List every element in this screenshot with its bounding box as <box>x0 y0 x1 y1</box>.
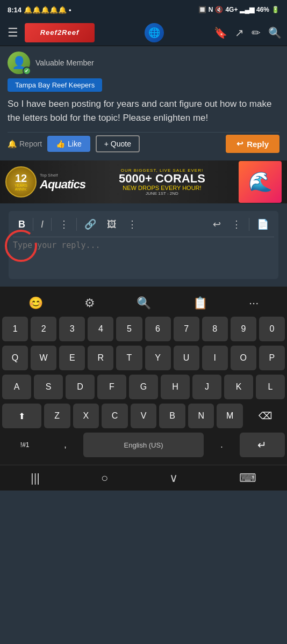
virtual-keyboard: 😊 ⚙ 🔍 📋 ··· 1 2 3 4 5 6 7 8 9 0 Q W E R … <box>0 287 287 465</box>
dot-indicator: • <box>69 6 71 14</box>
emoji-button[interactable]: 😊 <box>24 294 47 312</box>
key-1[interactable]: 1 <box>2 317 28 341</box>
more-insert-button[interactable]: ⋮ <box>122 215 142 233</box>
link-button[interactable]: 🔗 <box>79 215 102 233</box>
key-5[interactable]: 5 <box>116 317 142 341</box>
key-y[interactable]: Y <box>145 346 171 370</box>
text-editor[interactable]: B I ⋮ 🔗 🖼 ⋮ ↩ ⋮ 📄 <box>9 211 278 279</box>
key-q[interactable]: Q <box>2 346 28 370</box>
time-display: 8:14 <box>8 6 21 14</box>
action-row: 🔔 Report 👍 Like + Quote ↩ Reply <box>8 135 279 160</box>
battery-level: 46% <box>256 6 269 13</box>
hamburger-menu-button[interactable]: ☰ <box>5 24 20 42</box>
status-right: 🔲 N 🔇 4G+ ▂▄▆ 46% 🔋 <box>198 6 279 13</box>
key-j[interactable]: J <box>192 375 221 399</box>
toolbar-separator-1 <box>33 218 33 231</box>
group-tag[interactable]: Tampa Bay Reef Keepers <box>8 78 102 92</box>
key-i[interactable]: I <box>202 346 228 370</box>
image-button[interactable]: 🖼 <box>102 216 122 233</box>
key-f[interactable]: F <box>97 375 126 399</box>
key-9[interactable]: 9 <box>231 317 256 341</box>
toolbar-separator-4 <box>249 218 249 231</box>
status-bar: 8:14 🔔🔔🔔🔔🔔 • 🔲 N 🔇 4G+ ▂▄▆ 46% 🔋 <box>0 0 287 19</box>
key-o[interactable]: O <box>231 346 256 370</box>
reply-button[interactable]: ↩ Reply <box>226 135 279 153</box>
like-button[interactable]: 👍 Like <box>47 136 90 152</box>
keyboard-more-button[interactable]: ··· <box>245 294 263 312</box>
key-x[interactable]: X <box>73 404 99 428</box>
undo-button[interactable]: ↩ <box>207 215 226 233</box>
key-z[interactable]: Z <box>44 404 70 428</box>
key-8[interactable]: 8 <box>202 317 228 341</box>
member-label: Valuable Member <box>35 58 94 67</box>
key-p[interactable]: P <box>259 346 285 370</box>
period-key[interactable]: . <box>206 433 236 457</box>
key-n[interactable]: N <box>188 404 214 428</box>
keyboard-toggle-button[interactable]: ⌨ <box>228 468 267 488</box>
coral-decoration: 🌊 <box>248 171 272 193</box>
key-0[interactable]: 0 <box>259 317 285 341</box>
space-key[interactable]: English (US) <box>83 433 204 457</box>
key-e[interactable]: E <box>59 346 85 370</box>
key-3[interactable]: 3 <box>59 317 85 341</box>
banner-advertisement[interactable]: 12 YEARS ANNIV. Top Shelf Aquatics OUR B… <box>0 160 287 203</box>
top-navigation: ☰ Reef2Reef 🌐 🔖 ↗ ✏ 🔍 <box>0 19 287 46</box>
clipboard-button[interactable]: 📋 <box>189 294 212 312</box>
report-button[interactable]: 🔔 Report <box>8 140 42 148</box>
recents-button[interactable]: ∨ <box>159 468 189 488</box>
key-v[interactable]: V <box>131 404 157 428</box>
key-m[interactable]: M <box>217 404 243 428</box>
key-6[interactable]: 6 <box>145 317 171 341</box>
more-format-button[interactable]: ⋮ <box>54 215 74 233</box>
editor-input[interactable] <box>13 240 274 273</box>
symbols-key[interactable]: !#1 <box>2 433 47 457</box>
key-b[interactable]: B <box>159 404 185 428</box>
globe-avatar[interactable]: 🌐 <box>145 23 164 42</box>
comma-key[interactable]: , <box>50 433 80 457</box>
key-c[interactable]: C <box>102 404 128 428</box>
key-g[interactable]: G <box>129 375 158 399</box>
bold-button[interactable]: B <box>13 216 31 233</box>
key-w[interactable]: W <box>31 346 56 370</box>
search-button[interactable]: 🔍 <box>268 26 282 39</box>
more-actions-button[interactable]: ⋮ <box>226 215 247 233</box>
share-button[interactable]: ↗ <box>235 26 244 39</box>
brand-logo: Top Shelf Aquatics <box>40 173 85 192</box>
signal-bars: ▂▄▆ <box>240 6 254 13</box>
number-row: 1 2 3 4 5 6 7 8 9 0 <box>2 317 285 341</box>
shift-key[interactable]: ⬆ <box>2 404 41 428</box>
key-h[interactable]: H <box>161 375 190 399</box>
key-r[interactable]: R <box>88 346 113 370</box>
key-l[interactable]: L <box>256 375 285 399</box>
notification-bells: 🔔🔔🔔🔔🔔 <box>24 6 67 14</box>
backspace-key[interactable]: ⌫ <box>246 404 285 428</box>
keyboard-toolbar: 😊 ⚙ 🔍 📋 ··· <box>2 290 285 317</box>
home-button[interactable]: ○ <box>90 468 119 488</box>
keyboard-settings-button[interactable]: ⚙ <box>80 294 99 312</box>
banner-coral-image: 🌊 <box>239 161 282 203</box>
editor-toolbar: B I ⋮ 🔗 🖼 ⋮ ↩ ⋮ 📄 <box>13 215 274 237</box>
key-2[interactable]: 2 <box>31 317 56 341</box>
key-u[interactable]: U <box>174 346 199 370</box>
bookmark-button[interactable]: 🔖 <box>214 26 227 39</box>
spacing-gap <box>0 203 287 211</box>
key-7[interactable]: 7 <box>174 317 199 341</box>
back-button[interactable]: ||| <box>20 468 51 488</box>
italic-button[interactable]: I <box>35 216 49 233</box>
key-k[interactable]: K <box>224 375 253 399</box>
key-4[interactable]: 4 <box>88 317 113 341</box>
report-label: Report <box>19 140 42 148</box>
toolbar-separator-3 <box>76 218 77 231</box>
key-a[interactable]: A <box>2 375 31 399</box>
key-s[interactable]: S <box>34 375 63 399</box>
enter-key[interactable]: ↵ <box>240 433 285 457</box>
nav-left: ☰ Reef2Reef <box>5 23 95 42</box>
edit-button[interactable]: ✏ <box>252 26 261 39</box>
key-d[interactable]: D <box>66 375 95 399</box>
keyboard-search-button[interactable]: 🔍 <box>132 294 155 312</box>
quote-button[interactable]: + Quote <box>96 135 140 152</box>
file-button[interactable]: 📄 <box>252 215 274 233</box>
italic-label: I <box>41 219 44 230</box>
key-t[interactable]: T <box>116 346 142 370</box>
zxcv-row: ⬆ Z X C V B N M ⌫ <box>2 404 285 428</box>
